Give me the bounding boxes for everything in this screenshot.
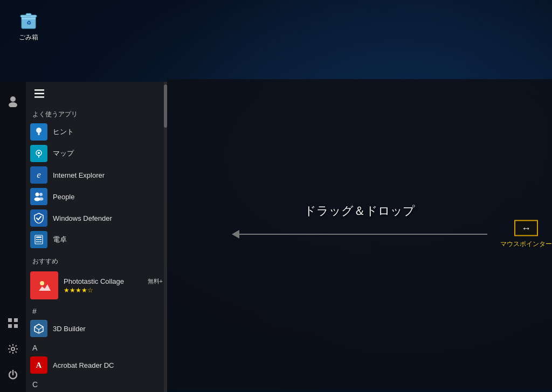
recycle-bin-icon: ♻ bbox=[17, 8, 40, 31]
svg-rect-26 bbox=[36, 239, 38, 240]
recommended-header: おすすめ bbox=[26, 253, 167, 268]
alpha-header-a: A bbox=[26, 339, 167, 354]
people-label: People bbox=[53, 193, 74, 201]
frequently-used-header: よく使うアプリ bbox=[26, 106, 167, 121]
start-menu: よく使うアプリ ヒント bbox=[0, 82, 167, 392]
svg-rect-8 bbox=[8, 318, 12, 322]
grid-icon bbox=[8, 318, 18, 328]
3d-builder-icon-svg bbox=[33, 323, 44, 334]
people-icon bbox=[30, 188, 47, 205]
svg-rect-29 bbox=[36, 241, 38, 242]
svg-rect-30 bbox=[38, 241, 40, 242]
power-icon bbox=[8, 369, 18, 380]
ie-icon: e bbox=[30, 166, 47, 184]
user-icon bbox=[7, 95, 19, 107]
arrow-left-head bbox=[232, 230, 239, 239]
svg-point-12 bbox=[11, 347, 15, 351]
settings-icon bbox=[8, 344, 18, 354]
ie-letter: e bbox=[37, 170, 41, 180]
phototastic-top-row: Phototastic Collage 無料+ bbox=[64, 277, 163, 285]
recycle-bin[interactable]: ♻ ごみ箱 bbox=[10, 8, 47, 42]
app-item-maps[interactable]: マップ bbox=[26, 143, 167, 164]
sidebar-icon-grid[interactable] bbox=[0, 310, 26, 336]
3d-builder-icon bbox=[30, 320, 47, 337]
svg-rect-4 bbox=[26, 13, 31, 16]
app-item-acrobat[interactable]: A Acrobat Reader DC bbox=[26, 354, 167, 376]
ie-label: Internet Explorer bbox=[53, 171, 105, 179]
recycle-bin-label: ごみ箱 bbox=[19, 33, 38, 42]
svg-rect-9 bbox=[14, 318, 18, 322]
sidebar-icon-power[interactable] bbox=[0, 362, 26, 388]
svg-point-6 bbox=[10, 96, 16, 102]
svg-rect-14 bbox=[34, 93, 44, 94]
svg-rect-17 bbox=[38, 132, 40, 135]
svg-rect-31 bbox=[40, 241, 42, 242]
svg-rect-15 bbox=[34, 96, 44, 98]
app-item-phototastic[interactable]: Phototastic Collage 無料+ ★★★★☆ bbox=[26, 268, 167, 303]
alpha-header-c: C bbox=[26, 376, 167, 391]
desktop: ♻ ごみ箱 ドラッグ＆ドロップ ↔ マウスポインター bbox=[0, 0, 552, 392]
scrollbar[interactable] bbox=[164, 82, 167, 392]
hint-label: ヒント bbox=[53, 127, 74, 137]
app-item-people[interactable]: People bbox=[26, 186, 167, 207]
svg-rect-27 bbox=[38, 239, 40, 240]
svg-rect-28 bbox=[40, 239, 42, 240]
svg-rect-11 bbox=[14, 324, 18, 328]
hamburger-row bbox=[26, 82, 167, 106]
phototastic-price: 無料+ bbox=[148, 277, 163, 285]
dnd-label: ドラッグ＆ドロップ bbox=[304, 203, 415, 219]
svg-point-23 bbox=[39, 198, 44, 201]
hint-icon bbox=[30, 123, 47, 141]
hint-icon-svg bbox=[34, 127, 44, 137]
hamburger-icon bbox=[34, 89, 44, 98]
defender-icon-svg bbox=[34, 213, 44, 223]
svg-point-7 bbox=[9, 102, 17, 107]
defender-label: Windows Defender bbox=[53, 214, 112, 222]
app-item-hint[interactable]: ヒント bbox=[26, 121, 167, 143]
svg-rect-25 bbox=[36, 236, 42, 238]
mouse-pointer-annotation: ↔ マウスポインター bbox=[500, 220, 552, 249]
sidebar bbox=[0, 82, 26, 392]
svg-point-20 bbox=[36, 193, 39, 197]
phototastic-stars: ★★★★☆ bbox=[64, 286, 163, 294]
defender-icon bbox=[30, 209, 47, 227]
app-item-calc[interactable]: 電卓 bbox=[26, 229, 167, 250]
maps-label: マップ bbox=[53, 149, 74, 158]
cursor-box: ↔ bbox=[514, 220, 538, 236]
phototastic-icon bbox=[30, 271, 58, 299]
hamburger-button[interactable] bbox=[31, 87, 47, 103]
people-icon-svg bbox=[33, 192, 44, 201]
phototastic-name: Phototastic Collage bbox=[64, 277, 124, 285]
3d-builder-label: 3D Builder bbox=[53, 325, 86, 333]
phototastic-info: Phototastic Collage 無料+ ★★★★☆ bbox=[64, 277, 163, 294]
app-item-defender[interactable]: Windows Defender bbox=[26, 207, 167, 229]
svg-point-33 bbox=[40, 281, 44, 285]
mouse-pointer-label: マウスポインター bbox=[500, 240, 552, 249]
dnd-annotation-area: ドラッグ＆ドロップ ↔ マウスポインター bbox=[167, 79, 552, 389]
sidebar-icon-user[interactable] bbox=[0, 88, 26, 114]
acrobat-icon: A bbox=[30, 356, 47, 374]
app-list-area: よく使うアプリ ヒント bbox=[26, 82, 167, 392]
scrollbar-thumb[interactable] bbox=[164, 85, 167, 128]
svg-rect-13 bbox=[34, 89, 44, 91]
alpha-header-hash: # bbox=[26, 303, 167, 318]
sidebar-icon-settings[interactable] bbox=[0, 336, 26, 362]
calc-label: 電卓 bbox=[53, 235, 67, 244]
acrobat-letter: A bbox=[36, 361, 42, 370]
svg-point-16 bbox=[36, 128, 42, 133]
app-item-ie[interactable]: e Internet Explorer bbox=[26, 164, 167, 186]
svg-rect-10 bbox=[8, 324, 12, 328]
arrow-shaft bbox=[239, 234, 487, 235]
maps-icon bbox=[30, 145, 47, 162]
calc-icon-svg bbox=[34, 235, 44, 244]
acrobat-label: Acrobat Reader DC bbox=[53, 361, 114, 369]
dnd-arrow-group: ドラッグ＆ドロップ bbox=[232, 230, 487, 239]
calc-icon bbox=[30, 231, 47, 248]
svg-point-19 bbox=[38, 152, 40, 154]
phototastic-icon-svg bbox=[37, 278, 52, 293]
app-item-3d-builder[interactable]: 3D Builder bbox=[26, 318, 167, 339]
maps-icon-svg bbox=[34, 149, 44, 158]
svg-text:♻: ♻ bbox=[26, 20, 31, 26]
svg-point-22 bbox=[39, 193, 43, 196]
